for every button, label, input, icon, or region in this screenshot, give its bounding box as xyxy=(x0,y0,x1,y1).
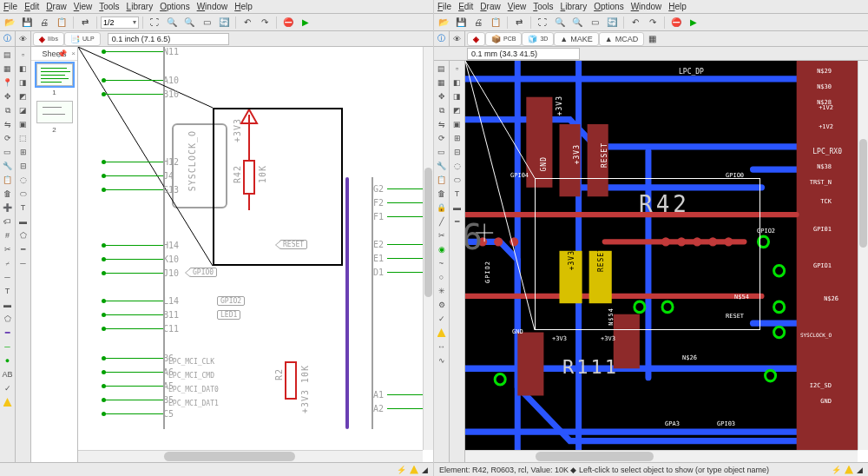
sheet-thumb-1[interactable] xyxy=(36,63,73,86)
rr-hole[interactable]: ○ xyxy=(436,271,448,283)
rrb-3[interactable]: ◨ xyxy=(451,90,464,102)
menu-file-r[interactable]: File xyxy=(437,2,451,11)
repaint-r[interactable]: 🔄 xyxy=(604,16,620,30)
rb-12[interactable]: ▬ xyxy=(17,215,30,228)
zoom-in-button[interactable]: 🔍 xyxy=(164,16,180,30)
rr-change[interactable]: 🔧 xyxy=(436,160,448,172)
pcb-quote-button[interactable]: 📦PCB xyxy=(485,32,522,46)
menu-draw-r[interactable]: Draw xyxy=(480,2,500,11)
rr-delete[interactable]: 🗑 xyxy=(436,188,448,200)
open-button-r[interactable]: 📂 xyxy=(436,16,451,30)
rb-7[interactable]: ⬚ xyxy=(17,132,30,144)
rb-2[interactable]: ◧ xyxy=(17,63,30,75)
rb-14[interactable]: ━ xyxy=(17,243,30,255)
layers-icon[interactable]: ▤ xyxy=(2,49,14,61)
value-icon[interactable]: # xyxy=(2,229,14,241)
errs-icon[interactable] xyxy=(2,396,14,408)
rr-route[interactable]: ╱ xyxy=(436,215,448,228)
bus-icon[interactable]: ━ xyxy=(2,327,14,339)
scrollbar-v-right[interactable] xyxy=(858,61,868,450)
grid-icon[interactable]: ▦ xyxy=(2,63,14,75)
menu-view[interactable]: View xyxy=(74,2,93,11)
mark-icon[interactable]: 📍 xyxy=(2,76,14,89)
rb-3[interactable]: ◨ xyxy=(17,76,30,89)
switch-button-r[interactable]: ⇄ xyxy=(511,16,527,30)
poly-icon[interactable]: ⬠ xyxy=(2,313,14,325)
menu-library[interactable]: Library xyxy=(127,2,154,11)
open-button[interactable]: 📂 xyxy=(2,16,17,30)
rr-dim[interactable]: ↔ xyxy=(436,340,448,353)
zoom-out-button[interactable]: 🔍 xyxy=(181,16,197,30)
scrollbar-h-left[interactable] xyxy=(78,450,423,462)
rect-icon[interactable]: ▬ xyxy=(2,299,14,311)
junction-icon[interactable]: ● xyxy=(2,354,14,367)
stop-button[interactable]: ⛔ xyxy=(280,16,296,30)
menu-tools-r[interactable]: Tools xyxy=(533,2,553,11)
rb-13[interactable]: ⬠ xyxy=(17,229,30,241)
redo-r[interactable]: ↷ xyxy=(645,16,661,30)
switch-button[interactable]: ⇄ xyxy=(77,16,93,30)
menu-help[interactable]: Help xyxy=(234,2,253,11)
rb-1[interactable]: ▫ xyxy=(17,49,30,61)
zoom-sel-r[interactable]: ▭ xyxy=(587,16,602,30)
rr-via[interactable]: ◉ xyxy=(436,243,448,255)
rrb-7[interactable]: ⊟ xyxy=(451,146,464,158)
rr-errs[interactable] xyxy=(436,327,448,339)
go-r[interactable]: ▶ xyxy=(686,16,701,30)
group-icon[interactable]: ▭ xyxy=(2,146,14,158)
menu-library-r[interactable]: Library xyxy=(561,2,588,11)
rr-rotate[interactable]: ⟳ xyxy=(436,132,448,144)
change-icon[interactable]: 🔧 xyxy=(2,160,14,172)
rb-8[interactable]: ⊞ xyxy=(17,146,30,158)
erc-icon[interactable]: ✓ xyxy=(2,382,14,394)
scrollbar-v-left[interactable] xyxy=(423,47,433,450)
mirror-icon[interactable]: ⇋ xyxy=(2,118,14,130)
redo-button[interactable]: ↷ xyxy=(257,16,273,30)
name-icon[interactable]: 🏷 xyxy=(2,215,14,228)
rrb-4[interactable]: ◩ xyxy=(451,104,464,116)
smash-icon[interactable]: ✂ xyxy=(2,243,14,255)
menu-view-r[interactable]: View xyxy=(508,2,527,11)
menu-options-r[interactable]: Options xyxy=(594,2,623,11)
menu-help-r[interactable]: Help xyxy=(668,2,687,11)
menu-window-r[interactable]: Window xyxy=(631,2,662,11)
rr-ratsnest[interactable]: ✳ xyxy=(436,285,448,297)
rrb-9[interactable]: ⬭ xyxy=(451,174,464,186)
managed-libs-button[interactable]: ◈libs xyxy=(33,32,64,46)
rotate-icon[interactable]: ⟳ xyxy=(2,132,14,144)
menu-draw[interactable]: Draw xyxy=(46,2,66,11)
net-icon[interactable]: ─ xyxy=(2,340,14,353)
origin-input-left[interactable]: 0.1 inch (7.1 6.5) xyxy=(108,33,229,45)
resize-icon[interactable]: ◢ xyxy=(422,466,428,474)
rr-move[interactable]: ✥ xyxy=(436,90,448,102)
label-icon[interactable]: AB xyxy=(2,368,14,380)
rrb-1[interactable]: ▫ xyxy=(451,63,464,75)
make-button[interactable]: ▲ MAKE xyxy=(554,32,598,46)
rb-4[interactable]: ◩ xyxy=(17,90,30,102)
rr-auto[interactable]: ⚙ xyxy=(436,299,448,311)
rrb-8[interactable]: ◌ xyxy=(451,160,464,172)
zoom-sel-button[interactable]: ▭ xyxy=(199,16,214,30)
print-button[interactable]: 🖨 xyxy=(36,16,52,30)
delete-icon[interactable]: 🗑 xyxy=(2,188,14,200)
rrb-10[interactable]: T xyxy=(451,188,464,200)
warn-tri-r[interactable] xyxy=(845,466,853,474)
cam-button[interactable]: 📋 xyxy=(54,16,69,30)
save-button[interactable]: 💾 xyxy=(19,16,35,30)
zoom-out-r[interactable]: 🔍 xyxy=(569,16,585,30)
rr-layers[interactable]: ▤ xyxy=(436,63,448,75)
grid-toggle-r[interactable]: ▦ xyxy=(644,32,660,46)
origin-input-right[interactable]: 0.1 mm (34.3 41.5) xyxy=(467,48,580,60)
ulp-button[interactable]: 📑ULP xyxy=(64,32,101,46)
rr-meander[interactable]: ∿ xyxy=(436,354,448,367)
rrb-11[interactable]: ▬ xyxy=(451,202,464,214)
info-icon[interactable]: ⓘ xyxy=(2,33,14,44)
go-button[interactable]: ▶ xyxy=(298,16,313,30)
text-icon[interactable]: T xyxy=(2,285,14,297)
rr-ripup[interactable]: ✂ xyxy=(436,229,448,241)
cam-button-r[interactable]: 📋 xyxy=(488,16,503,30)
print-button-r[interactable]: 🖨 xyxy=(470,16,486,30)
rrb-6[interactable]: ⊞ xyxy=(451,132,464,144)
menu-window[interactable]: Window xyxy=(197,2,228,11)
undo-r[interactable]: ↶ xyxy=(628,16,643,30)
